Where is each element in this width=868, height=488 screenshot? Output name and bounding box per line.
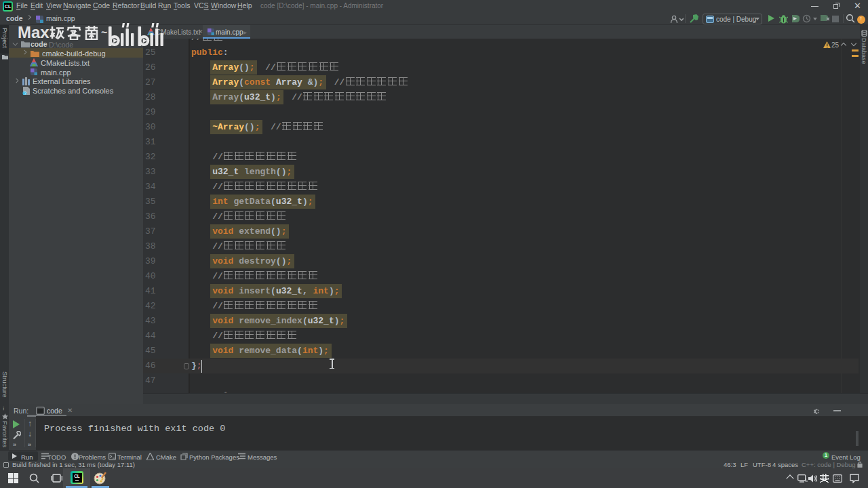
svg-text:?: ? [24, 91, 26, 95]
